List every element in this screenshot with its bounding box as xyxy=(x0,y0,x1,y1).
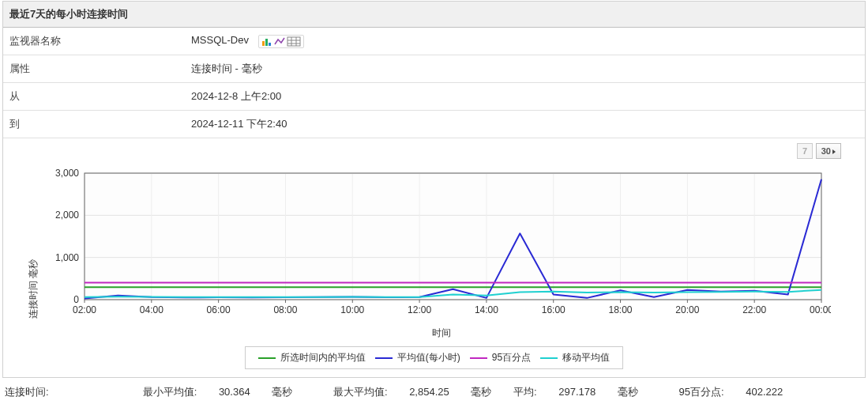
svg-text:08:00: 08:00 xyxy=(273,304,297,315)
legend-item[interactable]: 所选时间内的平均值 xyxy=(258,351,366,364)
monitor-value: MSSQL-Dev xyxy=(191,34,249,46)
x-axis-title: 时间 xyxy=(41,322,841,343)
legend-box: 所选时间内的平均值平均值(每小时)95百分点移动平均值 xyxy=(245,346,623,369)
svg-rect-8 xyxy=(85,173,821,300)
svg-text:22:00: 22:00 xyxy=(742,304,766,315)
summary-p95: 95百分点: 402.222 xyxy=(679,385,802,399)
svg-text:06:00: 06:00 xyxy=(207,304,231,315)
svg-text:16:00: 16:00 xyxy=(542,304,566,315)
range-30-button[interactable]: 30 xyxy=(816,143,841,159)
range-7-button[interactable]: 7 xyxy=(797,143,813,159)
svg-text:3,000: 3,000 xyxy=(55,168,79,179)
row-from: 从 2024-12-8 上午2:00 xyxy=(3,83,865,111)
info-table: 监视器名称 MSSQL-Dev 属性 连接时间 - 毫秒 从 xyxy=(3,28,865,138)
attr-label: 属性 xyxy=(3,55,185,83)
svg-text:00:00: 00:00 xyxy=(810,304,831,315)
attr-value: 连接时间 - 毫秒 xyxy=(185,55,865,83)
legend-label: 平均值(每小时) xyxy=(397,352,460,363)
summary-row: 连接时间: 最小平均值: 30.364 毫秒 最大平均值: 2,854.25 毫… xyxy=(0,379,868,404)
y-axis-title: 连接时间 毫秒 xyxy=(27,259,40,318)
legend-swatch xyxy=(375,357,393,359)
line-chart[interactable]: 01,0002,0003,00002:0004:0006:0008:0010:0… xyxy=(41,167,831,319)
svg-text:10:00: 10:00 xyxy=(340,304,364,315)
chart-icons-svg xyxy=(261,36,301,47)
monitor-value-cell: MSSQL-Dev xyxy=(185,28,865,55)
to-label: 到 xyxy=(3,111,185,138)
summary-name: 连接时间: xyxy=(2,385,121,399)
legend-wrap: 所选时间内的平均值平均值(每小时)95百分点移动平均值 xyxy=(3,343,865,377)
svg-text:04:00: 04:00 xyxy=(140,304,163,315)
row-monitor: 监视器名称 MSSQL-Dev xyxy=(3,28,865,55)
range-buttons: 7 30 xyxy=(3,138,865,160)
svg-text:12:00: 12:00 xyxy=(408,304,431,315)
summary-max: 最大平均值: 2,854.25 毫秒 平均: 297.178 毫秒 xyxy=(333,385,657,399)
to-value: 2024-12-11 下午2:40 xyxy=(185,111,865,138)
legend-swatch xyxy=(540,357,558,359)
monitor-label: 监视器名称 xyxy=(3,28,185,55)
legend-item[interactable]: 95百分点 xyxy=(470,351,531,364)
svg-rect-1 xyxy=(265,39,268,46)
svg-rect-2 xyxy=(269,43,271,46)
legend-item[interactable]: 移动平均值 xyxy=(540,351,610,364)
report-panel: 最近7天的每小时连接时间 监视器名称 MSSQL-Dev 属性 连接时间 xyxy=(2,1,866,378)
svg-rect-3 xyxy=(287,37,300,46)
legend-label: 移动平均值 xyxy=(562,352,610,363)
legend-label: 所选时间内的平均值 xyxy=(280,352,366,363)
svg-text:20:00: 20:00 xyxy=(675,304,699,315)
svg-text:1,000: 1,000 xyxy=(55,252,79,263)
chart-wrap: 连接时间 毫秒 01,0002,0003,00002:0004:0006:000… xyxy=(3,160,865,343)
legend-item[interactable]: 平均值(每小时) xyxy=(375,351,460,364)
svg-text:02:00: 02:00 xyxy=(73,304,96,315)
legend-label: 95百分点 xyxy=(492,352,531,363)
panel-title: 最近7天的每小时连接时间 xyxy=(3,2,865,28)
from-label: 从 xyxy=(3,83,185,111)
svg-text:2,000: 2,000 xyxy=(55,210,79,221)
row-to: 到 2024-12-11 下午2:40 xyxy=(3,111,865,138)
legend-swatch xyxy=(470,357,487,359)
svg-text:0: 0 xyxy=(73,294,79,305)
row-attribute: 属性 连接时间 - 毫秒 xyxy=(3,55,865,83)
chart-type-icons[interactable] xyxy=(258,35,304,48)
svg-text:14:00: 14:00 xyxy=(475,304,498,315)
legend-swatch xyxy=(258,357,276,359)
svg-rect-0 xyxy=(262,41,265,46)
summary-min: 最小平均值: 30.364 毫秒 xyxy=(143,385,312,399)
from-value: 2024-12-8 上午2:00 xyxy=(185,83,865,111)
svg-text:18:00: 18:00 xyxy=(609,304,633,315)
